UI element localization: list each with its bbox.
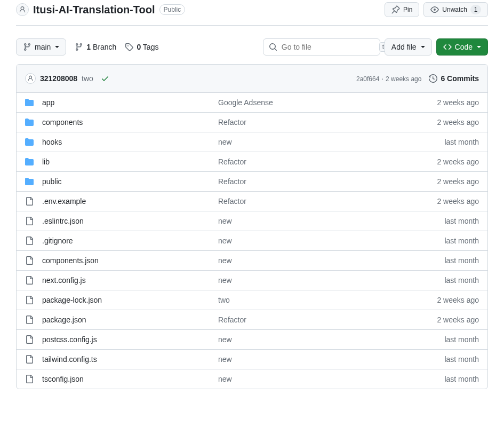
file-commit-message[interactable]: Refactor xyxy=(218,315,437,324)
file-time: last month xyxy=(444,236,479,245)
folder-icon xyxy=(25,157,34,166)
folder-icon xyxy=(25,177,34,186)
toolbar-left: main 1 Branch 0 Tags xyxy=(16,38,158,56)
commit-info-left: 321208008 two xyxy=(25,73,109,84)
commit-author-avatar[interactable] xyxy=(25,73,36,84)
file-commit-message[interactable]: Refactor xyxy=(218,177,437,186)
file-commit-message[interactable]: Refactor xyxy=(218,197,437,206)
code-icon xyxy=(443,43,452,51)
file-name-link[interactable]: package-lock.json xyxy=(42,296,102,304)
file-commit-message[interactable]: new xyxy=(218,256,444,265)
file-commit-message[interactable]: Refactor xyxy=(218,118,437,127)
file-time: last month xyxy=(444,217,479,225)
file-name-link[interactable]: .env.example xyxy=(42,197,86,206)
file-row: package-lock.jsontwo2 weeks ago xyxy=(17,290,487,310)
add-file-label: Add file xyxy=(391,42,417,52)
file-icon xyxy=(25,197,34,206)
git-branch-icon xyxy=(75,43,83,51)
watcher-count: 1 xyxy=(470,5,481,14)
file-time: last month xyxy=(444,276,479,285)
file-row: hooksnewlast month xyxy=(17,132,487,152)
file-name-link[interactable]: components xyxy=(42,118,83,127)
commit-sha[interactable]: 2a0f664 xyxy=(356,75,379,83)
visibility-badge: Public xyxy=(159,4,186,15)
code-label: Code xyxy=(455,42,473,52)
file-row: components.jsonnewlast month xyxy=(17,251,487,271)
tag-count: 0 xyxy=(137,43,141,51)
tag-label: Tags xyxy=(143,43,159,51)
file-name-link[interactable]: components.json xyxy=(42,256,99,265)
file-row: tailwind.config.tsnewlast month xyxy=(17,350,487,369)
status-check-icon[interactable] xyxy=(101,74,109,83)
file-row: libRefactor2 weeks ago xyxy=(17,152,487,172)
file-name-link[interactable]: next.config.js xyxy=(42,276,86,285)
commit-info-right: 2a0f664 · 2 weeks ago 6 Commits xyxy=(356,74,479,83)
commit-author[interactable]: 321208008 xyxy=(40,74,77,83)
commit-message[interactable]: two xyxy=(82,74,93,83)
folder-icon xyxy=(25,98,34,107)
tags-link[interactable]: 0 Tags xyxy=(125,43,158,51)
file-row: .gitignorenewlast month xyxy=(17,231,487,251)
file-name-link[interactable]: postcss.config.js xyxy=(42,335,97,344)
file-list: appGoogle Adsense2 weeks agocomponentsRe… xyxy=(17,93,487,389)
commit-history-link[interactable]: 6 Commits xyxy=(429,74,479,83)
file-commit-message[interactable]: Refactor xyxy=(218,157,437,166)
file-icon xyxy=(25,355,34,364)
file-name-link[interactable]: tailwind.config.ts xyxy=(42,355,97,364)
file-name-link[interactable]: lib xyxy=(42,157,50,166)
file-row: tsconfig.jsonnewlast month xyxy=(17,369,487,389)
file-name-link[interactable]: hooks xyxy=(42,138,62,146)
file-name-link[interactable]: tsconfig.json xyxy=(42,375,84,383)
file-row: appGoogle Adsense2 weeks ago xyxy=(17,93,487,113)
file-name-link[interactable]: public xyxy=(42,177,62,186)
file-icon xyxy=(25,335,34,344)
history-icon xyxy=(429,74,437,83)
file-name-link[interactable]: .eslintrc.json xyxy=(42,217,84,225)
file-commit-message[interactable]: new xyxy=(218,138,444,146)
pin-button[interactable]: Pin xyxy=(385,2,419,17)
file-icon xyxy=(25,276,34,285)
file-commit-message[interactable]: new xyxy=(218,355,444,364)
file-icon xyxy=(25,375,34,383)
branch-select-button[interactable]: main xyxy=(16,38,66,56)
person-icon xyxy=(19,6,26,13)
file-time: 2 weeks ago xyxy=(437,296,479,304)
file-commit-message[interactable]: new xyxy=(218,335,444,344)
file-commit-message[interactable]: two xyxy=(218,296,437,304)
file-time: last month xyxy=(444,335,479,344)
branches-link[interactable]: 1 Branch xyxy=(75,43,116,51)
unwatch-button[interactable]: Unwatch 1 xyxy=(423,2,488,17)
branch-label: Branch xyxy=(93,43,116,51)
owner-avatar[interactable] xyxy=(16,3,29,16)
file-icon xyxy=(25,236,34,245)
pin-icon xyxy=(391,5,400,14)
file-time: last month xyxy=(444,355,479,364)
file-time: 2 weeks ago xyxy=(437,315,479,324)
file-commit-message[interactable]: new xyxy=(218,217,444,225)
file-icon xyxy=(25,315,34,324)
code-button[interactable]: Code xyxy=(436,38,488,56)
branch-count: 1 xyxy=(86,43,91,51)
file-name-link[interactable]: .gitignore xyxy=(42,236,73,245)
chevron-down-icon xyxy=(421,46,425,48)
pin-label: Pin xyxy=(403,4,412,15)
file-time: last month xyxy=(444,375,479,383)
file-time: 2 weeks ago xyxy=(437,118,479,127)
file-time: 2 weeks ago xyxy=(437,197,479,206)
file-search[interactable]: t xyxy=(263,38,380,56)
add-file-button[interactable]: Add file xyxy=(385,38,432,56)
repo-name[interactable]: Itusi-AI-Translation-Tool xyxy=(33,4,155,16)
file-commit-message[interactable]: new xyxy=(218,236,444,245)
file-commit-message[interactable]: new xyxy=(218,375,444,383)
file-name-link[interactable]: app xyxy=(42,98,54,107)
file-commit-message[interactable]: Google Adsense xyxy=(218,98,437,107)
file-time: last month xyxy=(444,138,479,146)
chevron-down-icon xyxy=(55,46,59,48)
search-input[interactable] xyxy=(277,40,379,54)
file-row: .env.exampleRefactor2 weeks ago xyxy=(17,192,487,211)
file-toolbar: main 1 Branch 0 Tags t Add file Code xyxy=(16,38,488,56)
file-commit-message[interactable]: new xyxy=(218,276,444,285)
repo-header-left: Itusi-AI-Translation-Tool Public xyxy=(16,3,185,16)
file-time: 2 weeks ago xyxy=(437,177,479,186)
file-name-link[interactable]: package.json xyxy=(42,315,86,324)
